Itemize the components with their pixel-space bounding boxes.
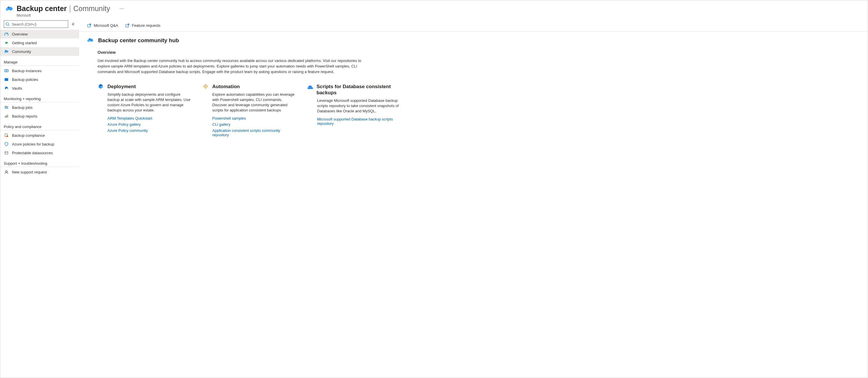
card-db-scripts: Scripts for Database consistent backups …: [307, 83, 400, 126]
svg-point-7: [6, 50, 8, 53]
nav-section-policy: Policy and compliance: [0, 121, 79, 130]
backup-reports-icon: [4, 113, 9, 119]
cards-row: Deployment Simplify backup deployments a…: [97, 83, 860, 137]
overview-icon: [4, 31, 9, 37]
svg-point-1: [9, 7, 12, 10]
datasources-icon: [4, 150, 9, 156]
card-deployment: Deployment Simplify backup deployments a…: [97, 83, 191, 133]
nav-item-protectable-datasources[interactable]: Protectable datasources: [0, 148, 79, 157]
nav-item-overview[interactable]: Overview: [0, 30, 79, 38]
svg-point-3: [6, 23, 9, 25]
nav-item-backup-jobs[interactable]: Backup jobs: [0, 103, 79, 112]
svg-point-30: [87, 40, 90, 42]
link-azure-policy-community[interactable]: Azure Policy community: [107, 128, 191, 133]
link-arm-templates[interactable]: ARM Templates Quickstart: [107, 116, 191, 121]
page-title: Backup center: [17, 4, 67, 13]
compliance-icon: [4, 133, 9, 138]
nav-item-vaults[interactable]: Vaults: [0, 84, 79, 93]
nav-label: Protectable datasources: [12, 151, 53, 155]
main-content: Microsoft Q&A Feature requests: [79, 19, 868, 378]
automation-icon: [203, 83, 209, 89]
card-desc: Explore automation capabilities you can …: [212, 92, 296, 113]
feature-requests-button[interactable]: Feature requests: [125, 23, 160, 28]
svg-line-5: [6, 33, 7, 34]
search-icon: [5, 22, 10, 26]
svg-rect-18: [6, 115, 7, 117]
svg-rect-19: [7, 115, 8, 117]
nav-label: Community: [12, 49, 31, 54]
hub-header: Backup center community hub: [87, 37, 860, 44]
svg-rect-12: [5, 78, 6, 78]
card-title: Scripts for Database consistent backups: [316, 83, 400, 96]
search-input[interactable]: [4, 21, 68, 28]
svg-point-32: [205, 86, 206, 87]
overview-block: Overview Get involved with the Backup ce…: [97, 50, 860, 75]
hub-title: Backup center community hub: [98, 37, 179, 44]
sidebar: Overview Getting started Community Manag…: [0, 19, 79, 378]
card-automation: Automation Explore automation capabiliti…: [203, 83, 296, 137]
app-root: Backup center | Community ··· Microsoft: [0, 0, 868, 378]
service-name: Microsoft: [17, 13, 124, 18]
nav-label: Backup reports: [12, 114, 37, 118]
scripts-db-icon: [307, 83, 313, 89]
nav-item-backup-policies[interactable]: Backup policies: [0, 75, 79, 84]
page-subtitle: Community: [73, 4, 110, 13]
svg-rect-13: [7, 78, 7, 78]
nav-section-support: Support + troubleshooting: [0, 157, 79, 167]
link-db-backup-scripts-repo[interactable]: Microsoft supported Database backup scri…: [317, 117, 400, 126]
title-separator: |: [69, 4, 71, 13]
collapse-sidebar-button[interactable]: [70, 22, 76, 27]
svg-point-22: [5, 151, 8, 152]
link-azure-policy-gallery[interactable]: Azure Policy gallery: [107, 122, 191, 127]
svg-rect-11: [5, 78, 8, 81]
overview-heading: Overview: [97, 50, 860, 55]
card-desc: Simplify backup deployments and configur…: [107, 92, 191, 113]
support-icon: [4, 169, 9, 175]
nav-section-manage: Manage: [0, 56, 79, 66]
svg-point-8: [4, 51, 6, 53]
nav-item-backup-instances[interactable]: Backup instances: [0, 66, 79, 75]
nav-item-backup-reports[interactable]: Backup reports: [0, 112, 79, 121]
nav-item-backup-compliance[interactable]: Backup compliance: [0, 131, 79, 140]
nav-label: Backup policies: [12, 77, 38, 82]
vaults-icon: [4, 85, 9, 91]
page-header: Backup center | Community ··· Microsoft: [0, 0, 868, 19]
svg-point-29: [90, 39, 93, 42]
nav-item-getting-started[interactable]: Getting started: [0, 38, 79, 47]
card-title: Deployment: [107, 83, 136, 90]
backup-jobs-icon: [4, 105, 9, 110]
nav-label: Backup compliance: [12, 133, 45, 138]
getting-started-icon: [4, 40, 9, 45]
header-titles: Backup center | Community ··· Microsoft: [17, 4, 124, 18]
svg-point-2: [6, 8, 9, 11]
external-link-icon: [125, 23, 130, 28]
link-app-consistent-scripts[interactable]: Application consistent scripts community…: [212, 128, 296, 137]
nav-label: Azure policies for backup: [12, 142, 54, 146]
backup-center-icon: [5, 5, 15, 12]
svg-point-10: [6, 70, 7, 71]
link-cli-gallery[interactable]: CLI gallery: [212, 122, 296, 127]
nav-item-azure-policies[interactable]: Azure policies for backup: [0, 140, 79, 148]
more-actions-button[interactable]: ···: [119, 5, 124, 12]
nav-label: Backup jobs: [12, 105, 33, 110]
nav-label: Backup instances: [12, 69, 42, 73]
microsoft-qa-button[interactable]: Microsoft Q&A: [87, 23, 118, 28]
svg-rect-17: [5, 116, 5, 117]
svg-line-25: [89, 24, 91, 26]
nav-section-monitoring: Monitoring + reporting: [0, 93, 79, 102]
nav-label: New support request: [12, 170, 47, 174]
azure-policies-icon: [4, 141, 9, 147]
nav-item-new-support-request[interactable]: New support request: [0, 168, 79, 176]
community-hub-icon: [87, 37, 95, 44]
external-link-icon: [87, 23, 91, 28]
link-powershell-samples[interactable]: Powershell samples: [212, 116, 296, 121]
backup-instances-icon: [4, 68, 9, 73]
nav-item-community[interactable]: Community: [0, 47, 79, 56]
search-box: [4, 21, 68, 28]
deployment-icon: [97, 83, 104, 89]
backup-policies-icon: [4, 77, 9, 82]
nav-label: Getting started: [12, 41, 37, 45]
toolbar: Microsoft Q&A Feature requests: [80, 19, 868, 31]
svg-line-27: [127, 24, 129, 26]
nav-label: Vaults: [12, 86, 22, 91]
